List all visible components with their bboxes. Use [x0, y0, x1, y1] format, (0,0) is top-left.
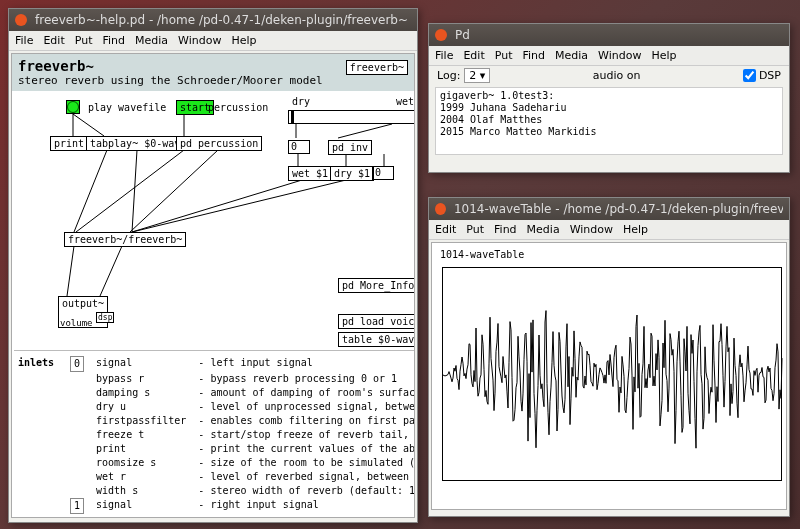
menu-edit[interactable]: Edit [463, 49, 484, 62]
obj-more-info[interactable]: pd More_Info [338, 278, 415, 293]
svg-line-5 [130, 150, 218, 232]
svg-line-1 [73, 114, 104, 136]
slider-drywet[interactable] [288, 110, 415, 124]
inlet-row: firstpassfilter- enables comb filtering … [64, 414, 415, 428]
svg-line-6 [76, 150, 184, 232]
inlet-row: 1signal - right input signal [64, 498, 415, 514]
titlebar[interactable]: Pd [429, 24, 789, 46]
svg-line-14 [67, 246, 74, 296]
inlet-row: roomsize s- size of the room to be simul… [64, 456, 415, 470]
window-title: Pd [455, 28, 470, 42]
menubar: File Edit Put Find Media Window Help [9, 31, 417, 51]
object-subtitle: stereo reverb using the Schroeder/Moorer… [18, 74, 408, 87]
inlet-row: bypass r- bypass reverb processing 0 or … [64, 372, 415, 386]
menu-file[interactable]: File [15, 34, 33, 47]
inlet-row: print- print the current values of the a… [64, 442, 415, 456]
menu-window[interactable]: Window [570, 223, 613, 236]
label-percussion: percussion [208, 102, 268, 113]
toggle-dsp[interactable]: dsp [96, 312, 114, 323]
titlebar[interactable]: freeverb~-help.pd - /home /pd-0.47-1/dek… [9, 9, 417, 31]
menu-media[interactable]: Media [135, 34, 168, 47]
menu-find[interactable]: Find [494, 223, 517, 236]
inlet-row: 0signal- left input signal [64, 356, 415, 372]
svg-line-3 [132, 150, 137, 232]
menu-window[interactable]: Window [598, 49, 641, 62]
menu-help[interactable]: Help [231, 34, 256, 47]
obj-pd-inv[interactable]: pd inv [328, 140, 372, 155]
menu-find[interactable]: Find [102, 34, 125, 47]
inlets-section: inlets 0signal- left input signalbypass … [14, 356, 415, 514]
svg-line-2 [74, 150, 107, 232]
inlets-heading: inlets [18, 356, 54, 370]
menu-media[interactable]: Media [555, 49, 588, 62]
obj-load-voice[interactable]: pd load voice [338, 314, 415, 329]
menu-put[interactable]: Put [75, 34, 93, 47]
msg-dry[interactable]: dry $1 [330, 166, 374, 181]
obj-freeverb[interactable]: freeverb~/freeverb~ [64, 232, 186, 247]
menu-window[interactable]: Window [178, 34, 221, 47]
inlet-row: damping s- amount of damping of room's s… [64, 386, 415, 400]
svg-line-8 [338, 124, 392, 138]
pd-console-window: Pd File Edit Put Find Media Window Help … [428, 23, 790, 173]
menu-file[interactable]: File [435, 49, 453, 62]
inlet-row: dry u- level of unprocessed signal, betw… [64, 400, 415, 414]
menu-edit[interactable]: Edit [43, 34, 64, 47]
label-play: play wavefile [88, 102, 166, 113]
menu-media[interactable]: Media [527, 223, 560, 236]
inlet-row: width s- stereo width of reverb (default… [64, 484, 415, 498]
array-name: 1014-waveTable [440, 249, 524, 260]
patch-canvas[interactable]: freeverb~ stereo reverb using the Schroe… [11, 53, 415, 518]
log-row: Log: 2 ▾ audio on DSP [429, 66, 789, 85]
dsp-check-input[interactable] [743, 69, 756, 82]
wave-canvas[interactable]: 1014-waveTable [431, 242, 787, 510]
menubar: File Edit Put Find Media Window Help [429, 46, 789, 66]
header-band: freeverb~ stereo reverb using the Schroe… [12, 54, 414, 91]
svg-line-15 [100, 246, 122, 296]
menu-put[interactable]: Put [495, 49, 513, 62]
obj-pd-percussion[interactable]: pd percussion [176, 136, 262, 151]
log-spinbox[interactable]: 2 ▾ [464, 68, 490, 83]
audio-status: audio on [593, 69, 641, 82]
menu-find[interactable]: Find [522, 49, 545, 62]
label-volume: volume [60, 318, 93, 328]
badge: freeverb~ [346, 60, 408, 75]
svg-line-13 [132, 180, 346, 232]
help-window: freeverb~-help.pd - /home /pd-0.47-1/dek… [8, 8, 418, 523]
waveform-display[interactable] [442, 267, 782, 481]
num-dry[interactable]: 0 [288, 140, 310, 154]
menu-help[interactable]: Help [623, 223, 648, 236]
label-wet: wet [396, 96, 414, 107]
titlebar[interactable]: 1014-waveTable - /home /pd-0.47-1/deken-… [429, 198, 789, 220]
menu-put[interactable]: Put [466, 223, 484, 236]
num-wet[interactable]: 0 [372, 166, 394, 180]
console-output: gigaverb~ 1.0test3:1999 Juhana Sadehariu… [435, 87, 783, 155]
menubar: Edit Put Find Media Window Help [429, 220, 789, 240]
inlet-row: wet r- level of reverbed signal, between… [64, 470, 415, 484]
waveform-icon [443, 268, 783, 482]
window-title: 1014-waveTable - /home /pd-0.47-1/deken-… [454, 202, 783, 216]
menu-help[interactable]: Help [651, 49, 676, 62]
wavetable-window: 1014-waveTable - /home /pd-0.47-1/deken-… [428, 197, 790, 517]
label-dry: dry [292, 96, 310, 107]
spin-arrows-icon[interactable]: ▾ [480, 69, 486, 82]
svg-line-12 [132, 180, 302, 232]
dsp-checkbox[interactable]: DSP [743, 69, 781, 82]
inlet-row: freeze t- start/stop freeze of reverb ta… [64, 428, 415, 442]
bang-play[interactable] [66, 100, 80, 114]
menu-edit[interactable]: Edit [435, 223, 456, 236]
window-title: freeverb~-help.pd - /home /pd-0.47-1/dek… [35, 13, 408, 27]
close-icon[interactable] [15, 14, 27, 26]
log-label: Log: [437, 69, 460, 82]
close-icon[interactable] [435, 29, 447, 41]
msg-wet[interactable]: wet $1 [288, 166, 332, 181]
close-icon[interactable] [435, 203, 446, 215]
obj-table[interactable]: table $0-waveTabl [338, 332, 415, 347]
inlets-table: 0signal- left input signalbypass r- bypa… [64, 356, 415, 514]
